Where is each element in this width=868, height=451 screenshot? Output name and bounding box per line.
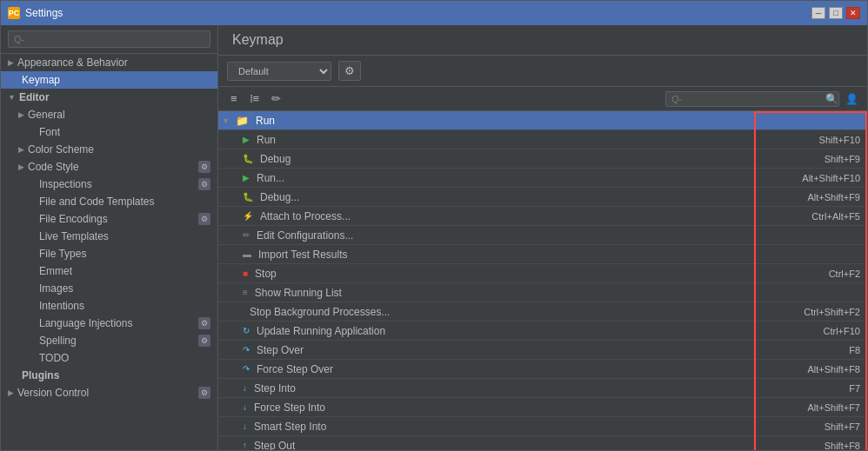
km-label: Force Step Over <box>257 363 333 375</box>
sidebar-search-input[interactable] <box>8 30 210 48</box>
km-name-step-into: ↓ Step Into <box>218 381 763 396</box>
sidebar-item-todo[interactable]: TODO <box>1 349 217 367</box>
sidebar-item-plugins[interactable]: Plugins <box>1 367 217 384</box>
keymap-row-debug-ellipsis[interactable]: 🐛 Debug... Alt+Shift+F9 <box>218 188 867 207</box>
sidebar-item-intentions[interactable]: Intentions <box>1 297 217 315</box>
km-label: Force Step Into <box>254 401 325 414</box>
keymap-row-attach[interactable]: ⚡ Attach to Process... Ctrl+Alt+F5 <box>218 207 867 226</box>
step-out-icon: ↑ <box>243 441 247 450</box>
km-label: Show Running List <box>255 287 342 299</box>
keymap-search-input[interactable] <box>665 91 839 107</box>
keymap-controls: Default ⚙ <box>218 56 867 87</box>
keymap-table: ▼ 📁 Run ▶ Run Shift+F10 <box>218 111 867 450</box>
km-name-show-running: ≡ Show Running List <box>218 285 763 301</box>
step-over-icon: ↷ <box>243 345 250 355</box>
keymap-row-smart-step-into[interactable]: ↓ Smart Step Into Shift+F7 <box>218 417 867 436</box>
km-label: Edit Configurations... <box>257 229 353 242</box>
sidebar-item-label: TODO <box>39 352 69 364</box>
arrow-icon: ▶ <box>18 162 24 171</box>
keymap-row-show-running[interactable]: ≡ Show Running List <box>218 283 867 302</box>
title-bar-controls: ─ □ ✕ <box>811 7 860 19</box>
km-shortcut: Shift+F9 <box>763 152 867 166</box>
sidebar-item-file-code-templates[interactable]: File and Code Templates <box>1 193 217 210</box>
sidebar-item-lang-injections[interactable]: Language Injections ⚙ <box>1 315 217 332</box>
sidebar-item-emmet[interactable]: Emmet <box>1 262 217 280</box>
keymap-row-import-test[interactable]: ▬ Import Test Results <box>218 245 867 264</box>
attach-icon: ⚡ <box>243 211 253 221</box>
run-icon: ▶ <box>243 173 250 182</box>
sidebar-item-label: Live Templates <box>39 230 109 242</box>
sidebar-item-code-style[interactable]: ▶ Code Style ⚙ <box>1 158 217 176</box>
keymap-row-force-step-over[interactable]: ↷ Force Step Over Alt+Shift+F8 <box>218 360 867 379</box>
keymap-row-step-out[interactable]: ↑ Step Out Shift+F8 <box>218 436 867 450</box>
keymap-gear-button[interactable]: ⚙ <box>338 61 361 81</box>
arrow-icon: ▶ <box>8 58 14 67</box>
sidebar-item-label: Intentions <box>39 300 84 312</box>
sidebar-item-editor[interactable]: ▼ Editor <box>1 89 217 106</box>
expand-arrow-icon: ▼ <box>222 116 232 125</box>
sidebar-item-label: Font <box>39 126 60 138</box>
sidebar-item-version-control[interactable]: ▶ Version Control ⚙ <box>1 384 217 401</box>
km-shortcut: Alt+Shift+F7 <box>763 401 867 415</box>
sidebar-item-file-encodings[interactable]: File Encodings ⚙ <box>1 210 217 228</box>
km-label: Stop Background Processes... <box>250 306 390 318</box>
sidebar-item-general[interactable]: ▶ General <box>1 106 217 123</box>
km-name-smart-step-into: ↓ Smart Step Into <box>218 419 763 434</box>
keymap-dropdown[interactable]: Default <box>227 62 331 81</box>
km-name-edit-config: ✏ Edit Configurations... <box>218 228 763 243</box>
sidebar-item-color-scheme[interactable]: ▶ Color Scheme <box>1 141 217 158</box>
keymap-row-run-group[interactable]: ▼ 📁 Run <box>218 111 867 130</box>
minimize-button[interactable]: ─ <box>811 7 825 19</box>
arrow-icon: ▶ <box>8 388 14 397</box>
sidebar-item-inspections[interactable]: Inspections ⚙ <box>1 176 217 193</box>
step-into-icon: ↓ <box>243 383 247 393</box>
expand-all-button[interactable]: ≡ <box>227 90 241 107</box>
keymap-row-force-step-into[interactable]: ↓ Force Step Into Alt+Shift+F7 <box>218 398 867 417</box>
sidebar-item-label: Editor <box>19 91 50 103</box>
list-icon: ≡ <box>243 288 248 297</box>
keymap-row-update-running[interactable]: ↻ Update Running Application Ctrl+F10 <box>218 322 867 341</box>
sidebar-item-images[interactable]: Images <box>1 280 217 297</box>
keymap-row-debug[interactable]: 🐛 Debug Shift+F9 <box>218 149 867 169</box>
sidebar-item-keymap[interactable]: Keymap <box>1 71 217 89</box>
km-name-run-ellipsis: ▶ Run... <box>218 170 763 186</box>
km-shortcut <box>763 253 867 256</box>
maximize-button[interactable]: □ <box>829 7 843 19</box>
update-icon: ↻ <box>243 326 250 335</box>
keymap-row-run[interactable]: ▶ Run Shift+F10 <box>218 130 867 149</box>
km-label: Update Running Application <box>257 325 385 337</box>
km-label: Step Over <box>257 344 304 356</box>
sidebar-item-label: Keymap <box>22 74 60 86</box>
keymap-row-edit-config[interactable]: ✏ Edit Configurations... <box>218 226 867 245</box>
stop-icon: ■ <box>243 269 248 278</box>
badge-icon: ⚙ <box>198 178 210 190</box>
sidebar-item-live-templates[interactable]: Live Templates <box>1 228 217 245</box>
force-step-into-icon: ↓ <box>243 402 247 412</box>
keymap-row-stop-bg[interactable]: Stop Background Processes... Ctrl+Shift+… <box>218 302 867 322</box>
keymap-row-step-into[interactable]: ↓ Step Into F7 <box>218 379 867 398</box>
keymap-row-stop[interactable]: ■ Stop Ctrl+F2 <box>218 264 867 283</box>
km-name-step-over: ↷ Step Over <box>218 342 763 358</box>
window-title: Settings <box>25 7 63 19</box>
sidebar-item-appearance[interactable]: ▶ Appearance & Behavior <box>1 54 217 71</box>
search-icon: 🔍 <box>825 93 838 105</box>
km-shortcut: Shift+F10 <box>763 133 867 147</box>
km-shortcut <box>763 119 867 123</box>
km-shortcut: Shift+F7 <box>763 420 867 434</box>
keymap-row-step-over[interactable]: ↷ Step Over F8 <box>218 341 867 360</box>
close-button[interactable]: ✕ <box>846 7 860 19</box>
km-shortcut: F7 <box>763 381 867 395</box>
km-label: Attach to Process... <box>260 210 351 222</box>
keymap-row-run-ellipsis[interactable]: ▶ Run... Alt+Shift+F10 <box>218 169 867 188</box>
sidebar-item-label: File Encodings <box>39 213 108 225</box>
km-name-debug: 🐛 Debug <box>218 151 763 167</box>
sidebar-item-file-types[interactable]: File Types <box>1 245 217 262</box>
app-icon: PC <box>8 7 20 19</box>
sidebar-item-font[interactable]: Font <box>1 123 217 141</box>
edit-button[interactable]: ✏ <box>268 90 284 107</box>
collapse-all-button[interactable]: ⁞≡ <box>246 90 264 107</box>
km-shortcut: Ctrl+Alt+F5 <box>763 209 867 223</box>
sidebar-item-spelling[interactable]: Spelling ⚙ <box>1 332 217 349</box>
sidebar-item-label: Images <box>39 282 73 295</box>
km-label: Run... <box>257 172 284 184</box>
